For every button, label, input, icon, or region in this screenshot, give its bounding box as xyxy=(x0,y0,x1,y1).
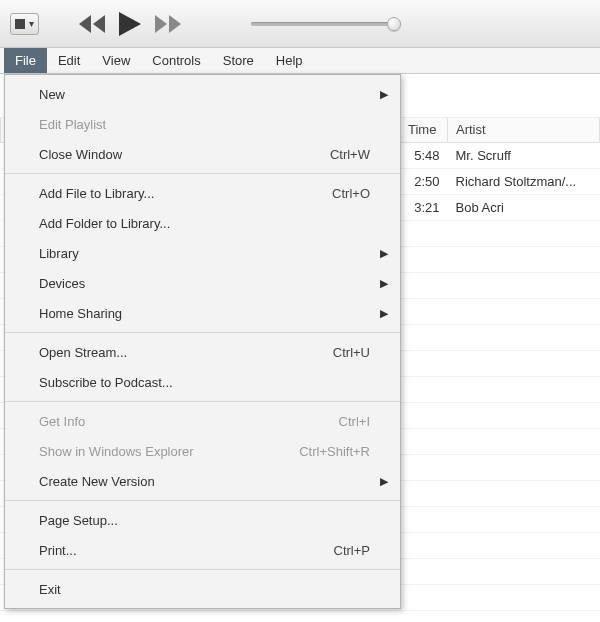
menu-item-new[interactable]: New▶ xyxy=(5,79,400,109)
chevron-down-icon: ▾ xyxy=(29,18,34,29)
menu-item-exit[interactable]: Exit xyxy=(5,574,400,604)
svg-marker-0 xyxy=(79,15,91,33)
submenu-arrow-icon: ▶ xyxy=(380,88,388,101)
submenu-arrow-icon: ▶ xyxy=(380,475,388,488)
menu-item-create-new-version[interactable]: Create New Version▶ xyxy=(5,466,400,496)
svg-marker-4 xyxy=(169,15,181,33)
playback-toolbar: ▾ xyxy=(0,0,600,48)
menu-controls[interactable]: Controls xyxy=(141,48,211,73)
menu-item-edit-playlist: Edit Playlist xyxy=(5,109,400,139)
volume-slider[interactable] xyxy=(251,14,401,34)
next-track-button[interactable] xyxy=(155,15,181,33)
track-time: 3:21 xyxy=(414,200,439,215)
submenu-arrow-icon: ▶ xyxy=(380,307,388,320)
menu-separator xyxy=(5,401,400,402)
menu-item-open-stream[interactable]: Open Stream...Ctrl+U xyxy=(5,337,400,367)
menu-item-subscribe-podcast[interactable]: Subscribe to Podcast... xyxy=(5,367,400,397)
menu-item-add-folder[interactable]: Add Folder to Library... xyxy=(5,208,400,238)
svg-marker-3 xyxy=(155,15,167,33)
menu-view[interactable]: View xyxy=(91,48,141,73)
menu-item-print[interactable]: Print...Ctrl+P xyxy=(5,535,400,565)
playback-controls xyxy=(79,12,181,36)
svg-marker-2 xyxy=(119,12,141,36)
content-area: My Music Time Artist 5:48 Mr. Scruff 2:5… xyxy=(0,74,600,622)
menu-item-show-explorer: Show in Windows ExplorerCtrl+Shift+R xyxy=(5,436,400,466)
menu-item-page-setup[interactable]: Page Setup... xyxy=(5,505,400,535)
track-time: 2:50 xyxy=(414,174,439,189)
svg-marker-1 xyxy=(93,15,105,33)
menu-item-get-info: Get InfoCtrl+I xyxy=(5,406,400,436)
submenu-arrow-icon: ▶ xyxy=(380,247,388,260)
previous-track-button[interactable] xyxy=(79,15,105,33)
play-button[interactable] xyxy=(119,12,141,36)
menu-file[interactable]: File xyxy=(4,48,47,73)
menu-separator xyxy=(5,569,400,570)
menu-item-close-window[interactable]: Close WindowCtrl+W xyxy=(5,139,400,169)
menu-help[interactable]: Help xyxy=(265,48,314,73)
menu-item-add-file[interactable]: Add File to Library...Ctrl+O xyxy=(5,178,400,208)
submenu-arrow-icon: ▶ xyxy=(380,277,388,290)
track-time: 5:48 xyxy=(414,148,439,163)
menu-separator xyxy=(5,173,400,174)
menu-item-devices[interactable]: Devices▶ xyxy=(5,268,400,298)
track-artist: Richard Stoltzman/... xyxy=(456,174,577,189)
menu-separator xyxy=(5,500,400,501)
square-icon xyxy=(15,19,25,29)
pane-toggle-button[interactable]: ▾ xyxy=(10,13,39,35)
menu-item-library[interactable]: Library▶ xyxy=(5,238,400,268)
menu-store[interactable]: Store xyxy=(212,48,265,73)
track-artist: Bob Acri xyxy=(456,200,504,215)
menu-separator xyxy=(5,332,400,333)
menu-edit[interactable]: Edit xyxy=(47,48,91,73)
column-artist[interactable]: Artist xyxy=(448,118,600,142)
slider-thumb-icon[interactable] xyxy=(387,17,401,31)
menu-bar: File Edit View Controls Store Help xyxy=(0,48,600,74)
menu-item-home-sharing[interactable]: Home Sharing▶ xyxy=(5,298,400,328)
column-time[interactable]: Time xyxy=(400,118,448,142)
file-menu-dropdown: New▶ Edit Playlist Close WindowCtrl+W Ad… xyxy=(4,74,401,609)
track-artist: Mr. Scruff xyxy=(456,148,511,163)
